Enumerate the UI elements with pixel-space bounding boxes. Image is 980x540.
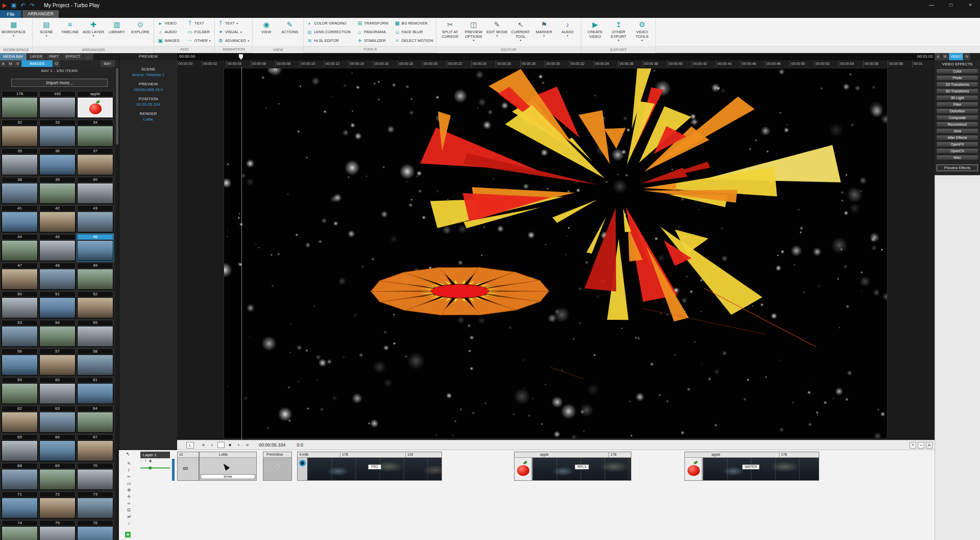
media-item[interactable]: 34 bbox=[77, 120, 113, 147]
track-type-tab[interactable]: N bbox=[964, 53, 970, 60]
effect-category-button[interactable]: OpenCV bbox=[936, 148, 978, 154]
library-button[interactable]: ▥ LIBRARY bbox=[105, 19, 128, 45]
media-item[interactable]: 51 bbox=[39, 291, 76, 318]
media-item[interactable]: 39 bbox=[39, 177, 76, 204]
media-item[interactable]: 45 bbox=[39, 234, 76, 261]
media-item[interactable]: 47 bbox=[2, 263, 38, 290]
effect-category-button[interactable]: Composite bbox=[936, 115, 978, 121]
effect-category-button[interactable]: 3D Light bbox=[936, 95, 978, 101]
hlsl-editor-button[interactable]: ≋ HLSL EDITOR bbox=[306, 38, 352, 43]
layer-visibility-icon[interactable]: ◉ bbox=[149, 459, 152, 463]
media-item[interactable]: 65 bbox=[2, 434, 38, 461]
clip-lottie[interactable]: Lottie snow bbox=[199, 452, 257, 481]
media-item[interactable]: 52 bbox=[77, 291, 113, 318]
media-scrollbar[interactable] bbox=[115, 67, 119, 540]
redo-icon[interactable]: ↷ bbox=[28, 2, 37, 9]
video-canvas[interactable] bbox=[224, 68, 888, 439]
timeline-range-bar[interactable]: 00:00:00 00:01:02 bbox=[177, 53, 935, 60]
media-item[interactable]: 73 bbox=[77, 491, 113, 519]
maximize-button[interactable]: □ bbox=[941, 0, 961, 10]
media-item[interactable]: 55 bbox=[77, 320, 113, 347]
layer-grip-icon[interactable]: ∷ bbox=[140, 459, 142, 463]
anim-visual-button[interactable]: ✦ VISUAL ▾ bbox=[217, 29, 250, 35]
preview-effects-button[interactable]: Preview Effects bbox=[937, 165, 978, 171]
go-end-button[interactable]: » bbox=[243, 441, 252, 449]
add-folder-button[interactable]: ▭ FOLDER bbox=[186, 29, 212, 35]
current-tool-button[interactable]: ↖ CURRENT TOOL ▾ bbox=[509, 19, 532, 45]
media-item[interactable]: 66 bbox=[39, 434, 76, 461]
draw-tool[interactable]: ✎ bbox=[125, 460, 133, 467]
media-panel-tab[interactable]: ... bbox=[84, 53, 93, 60]
video-tools-button[interactable]: ⚙ VIDEO TOOLS ▾ bbox=[630, 19, 653, 45]
media-panel-tab[interactable]: PART bbox=[46, 53, 62, 60]
media-item[interactable]: 58 bbox=[77, 348, 113, 375]
edit-mode-button[interactable]: ✎ EDIT MODE ▾ bbox=[485, 19, 508, 45]
media-item[interactable]: 60 bbox=[39, 377, 76, 404]
text-tool[interactable]: I bbox=[125, 467, 133, 474]
clip-apple-2[interactable]: apple 178 WATER bbox=[684, 452, 819, 481]
media-item[interactable]: 74 bbox=[2, 520, 38, 540]
record-button[interactable]: ● bbox=[226, 441, 234, 449]
media-item[interactable]: 53 bbox=[2, 320, 38, 347]
media-item[interactable]: 54 bbox=[39, 320, 76, 347]
face-blur-button[interactable]: ☺ FACE BLUR bbox=[394, 29, 434, 35]
media-item[interactable]: 68 bbox=[2, 463, 38, 490]
media-item[interactable]: 71 bbox=[2, 491, 38, 519]
delect-motion-button[interactable]: ≈ DELECT MOTION bbox=[394, 38, 434, 43]
tab-arranger[interactable]: ARRANGER bbox=[22, 10, 59, 18]
file-menu[interactable]: File bbox=[0, 10, 21, 18]
effect-category-button[interactable]: Distortion bbox=[936, 108, 978, 114]
color-grading-button[interactable]: ◐ COLOR GRADING bbox=[306, 20, 352, 26]
media-filter-tab[interactable]: O bbox=[53, 60, 60, 67]
add-other-button[interactable]: ⋯ OTHER ▾ bbox=[186, 38, 212, 43]
media-item[interactable]: 63 bbox=[39, 406, 76, 433]
effect-category-button[interactable]: Color bbox=[936, 68, 978, 74]
create-video-button[interactable]: ▶ CREATE VIDEO bbox=[583, 19, 606, 45]
media-item[interactable]: 72 bbox=[39, 491, 76, 519]
media-item[interactable]: 64 bbox=[77, 406, 113, 433]
anim-advanced-button[interactable]: ⚙ ADVANCED ▾ bbox=[217, 38, 250, 43]
close-button[interactable]: × bbox=[961, 0, 980, 10]
media-item[interactable]: 50 bbox=[2, 291, 38, 318]
media-item[interactable]: 62 bbox=[2, 406, 38, 433]
effect-category-button[interactable]: OpenFX bbox=[936, 142, 978, 147]
media-panel-tab[interactable]: MEDIA BAY bbox=[0, 53, 27, 60]
media-item[interactable]: 70 bbox=[77, 463, 113, 490]
split-at-cursor-button[interactable]: ✂ SPLIT AT CURSOR bbox=[438, 19, 461, 45]
marker-button[interactable]: ⚑ MARKER ▾ bbox=[532, 19, 555, 45]
media-item[interactable]: 178 bbox=[2, 91, 38, 118]
scene-button[interactable]: ▤ SCENE ▾ bbox=[35, 19, 58, 45]
media-item[interactable]: 41 bbox=[2, 205, 38, 232]
clip-x2[interactable]: x2 ∞ bbox=[177, 452, 199, 481]
effect-category-button[interactable]: Java bbox=[936, 128, 978, 134]
effect-category-button[interactable]: Reconstruct bbox=[936, 122, 978, 127]
timeline-zoom-out-button[interactable]: − bbox=[918, 442, 924, 449]
track-type-tab[interactable]: VIDEO bbox=[949, 53, 963, 60]
media-item[interactable]: 40 bbox=[77, 177, 113, 204]
add-text-button[interactable]: T TEXT bbox=[186, 20, 212, 26]
workspace-button[interactable]: ▦ WORKSPACE ▾ bbox=[2, 19, 25, 45]
media-item[interactable]: 59 bbox=[2, 377, 38, 404]
media-item[interactable]: 38 bbox=[2, 177, 38, 204]
audio-editor-button[interactable]: ♪ AUDIO ▾ bbox=[556, 19, 579, 45]
record-badge[interactable]: R bbox=[125, 532, 131, 537]
stabilizer-button[interactable]: ✛ STABILIZER bbox=[356, 38, 389, 43]
media-panel-tab[interactable]: LAYER bbox=[27, 53, 45, 60]
audio-tool[interactable]: ♪ bbox=[125, 520, 133, 527]
go-start-button[interactable]: « bbox=[199, 441, 208, 449]
undo-icon[interactable]: ↶ bbox=[18, 2, 28, 9]
track-type-tab[interactable]: M bbox=[942, 53, 948, 60]
effect-category-button[interactable]: Misc bbox=[936, 155, 978, 160]
media-item[interactable]: 56 bbox=[2, 348, 38, 375]
clip-4milk[interactable]: 4.milk 178 192 FR2 bbox=[297, 452, 442, 481]
transform-button[interactable]: ⊞ TRANSFORM bbox=[356, 20, 389, 26]
preview-options-button[interactable]: ◫ PREVIEW OPTIONS ▾ bbox=[462, 19, 485, 45]
step-back-button[interactable]: ‹ bbox=[208, 441, 216, 449]
add-audio-button[interactable]: ♪ AUDIO bbox=[156, 29, 182, 35]
effect-category-button[interactable]: 3D Transforms bbox=[936, 88, 978, 94]
bg-remover-button[interactable]: ▩ BG REMOVER bbox=[394, 20, 434, 26]
save-icon[interactable]: ▣ bbox=[9, 2, 18, 9]
media-item[interactable]: apple bbox=[77, 91, 113, 118]
effect-category-button[interactable]: After Effects bbox=[936, 135, 978, 140]
timeline-button[interactable]: ≡ TIMELINE bbox=[58, 19, 81, 45]
